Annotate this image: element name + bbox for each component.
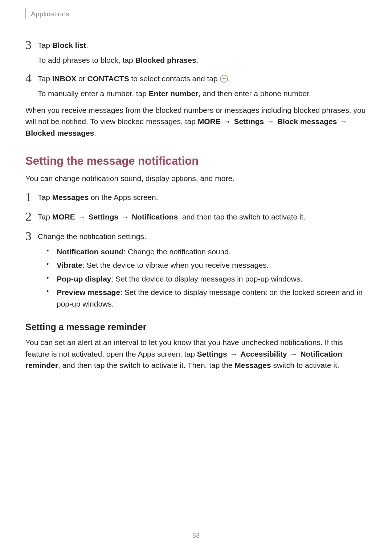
page: Applications 3 Tap Block list. To add ph… xyxy=(0,0,392,554)
heading-3: Setting a message reminder xyxy=(25,322,367,332)
bold-text: Block messages xyxy=(277,117,337,126)
step-4: 4 Tap INBOX or CONTACTS to select contac… xyxy=(25,72,367,85)
arrow: → xyxy=(75,213,89,221)
list-item: Preview message: Set the device to displ… xyxy=(46,287,367,309)
step-number: 3 xyxy=(25,39,38,51)
text: To manually enter a number, tap xyxy=(38,89,149,98)
bold-text: Messages xyxy=(52,193,89,201)
heading-2: Setting the message notification xyxy=(25,155,367,168)
bold-text: Accessibility xyxy=(240,350,287,358)
step-4-sub: To manually enter a number, tap Enter nu… xyxy=(38,88,367,99)
text: : Set the device to display messages in … xyxy=(111,275,302,283)
step-3b: 3 Change the notification settings. xyxy=(25,230,367,242)
arrow: → xyxy=(118,213,132,221)
bold-text: Preview message xyxy=(57,288,120,296)
text: Tap xyxy=(38,213,52,221)
step-3: 3 Tap Block list. xyxy=(25,39,367,51)
arrow: → xyxy=(264,117,277,126)
paragraph: When you receive messages from the block… xyxy=(25,104,367,139)
step-number: 4 xyxy=(25,72,38,85)
step-number: 1 xyxy=(25,191,38,203)
bold-text: Enter number xyxy=(149,89,199,98)
header-divider xyxy=(25,8,26,19)
paragraph: You can set an alert at an interval to l… xyxy=(25,337,367,371)
bold-text: MORE xyxy=(52,213,75,221)
bold-text: Settings xyxy=(197,350,227,358)
bold-text: Vibrate xyxy=(57,261,82,269)
paragraph: You can change notification sound, displ… xyxy=(25,173,367,184)
text: : Set the device to vibrate when you rec… xyxy=(82,261,269,269)
bold-text: MORE xyxy=(198,117,221,126)
text: , and then enter a phone number. xyxy=(198,89,311,98)
step-2: 2 Tap MORE → Settings → Notifications, a… xyxy=(25,210,367,223)
arrow: → xyxy=(221,117,234,126)
bullet-list: Notification sound: Change the notificat… xyxy=(46,246,367,310)
arrow: → xyxy=(227,350,241,358)
text: , and then tap the switch to activate it… xyxy=(178,213,305,221)
text: , and then tap the switch to activate it… xyxy=(58,361,234,369)
arrow: → xyxy=(287,350,301,358)
step-text: Tap MORE → Settings → Notifications, and… xyxy=(38,210,367,222)
content-area: 3 Tap Block list. To add phrases to bloc… xyxy=(25,11,367,371)
bold-text: Notification sound xyxy=(57,247,123,256)
bold-text: Block list xyxy=(52,41,86,49)
text: . xyxy=(94,129,96,137)
step-text: Change the notification settings. xyxy=(38,230,367,242)
text: Tap xyxy=(38,41,52,49)
list-item: Vibrate: Set the device to vibrate when … xyxy=(46,259,367,271)
text: . xyxy=(86,41,88,49)
text: . xyxy=(228,74,230,83)
bold-text: Messages xyxy=(234,361,271,369)
step-text: Tap Block list. xyxy=(38,39,367,51)
arrow: → xyxy=(337,117,348,126)
text: on the Apps screen. xyxy=(89,193,158,201)
step-text: Tap Messages on the Apps screen. xyxy=(38,191,367,203)
text: : Change the notification sound. xyxy=(123,247,230,256)
list-item: Pop-up display: Set the device to displa… xyxy=(46,273,367,285)
list-item: Notification sound: Change the notificat… xyxy=(46,246,367,258)
step-text: Tap INBOX or CONTACTS to select contacts… xyxy=(38,72,367,84)
bold-text: Blocked phrases xyxy=(135,56,196,64)
step-3-sub: To add phrases to block, tap Blocked phr… xyxy=(38,55,367,66)
add-circle-icon xyxy=(220,75,228,83)
bold-text: Notifications xyxy=(132,213,178,221)
bold-text: Settings xyxy=(234,117,264,126)
page-number: 53 xyxy=(0,532,392,539)
text: switch to activate it. xyxy=(271,361,339,369)
text: To add phrases to block, tap xyxy=(38,56,135,64)
text: or xyxy=(76,74,87,83)
text: . xyxy=(196,56,199,64)
bold-text: Settings xyxy=(88,213,118,221)
step-1: 1 Tap Messages on the Apps screen. xyxy=(25,191,367,203)
bold-text: INBOX xyxy=(52,74,77,83)
step-number: 2 xyxy=(25,210,38,223)
bold-text: CONTACTS xyxy=(87,74,129,83)
header-title: Applications xyxy=(31,10,69,18)
text: Tap xyxy=(38,193,52,201)
text: to select contacts and tap xyxy=(129,74,220,83)
text: Tap xyxy=(38,74,52,83)
step-number: 3 xyxy=(25,230,38,242)
bold-text: Blocked messages xyxy=(25,129,94,137)
bold-text: Pop-up display xyxy=(57,275,111,283)
